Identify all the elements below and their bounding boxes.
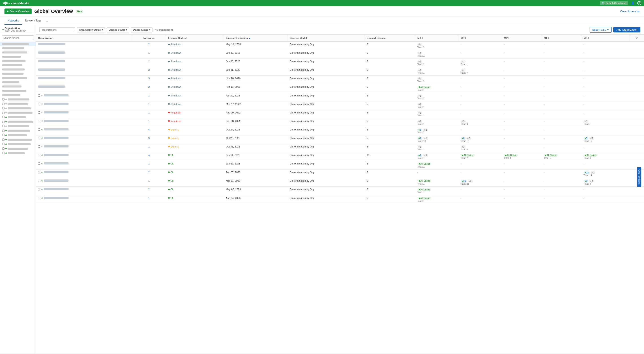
networks-count-link[interactable]: 1 <box>148 120 150 122</box>
col-header-mr[interactable]: MR ℹ <box>458 35 502 41</box>
sidebar-item-1[interactable] <box>0 46 36 50</box>
row-checkbox-10[interactable] <box>38 128 40 131</box>
license-status-filter[interactable]: License Status ▾ <box>107 27 129 32</box>
sidebar-item-22[interactable] <box>0 137 36 142</box>
user-icon[interactable]: 👤 <box>631 1 634 5</box>
sidebar-item-20[interactable] <box>0 128 36 133</box>
org-name-link[interactable] <box>44 111 68 114</box>
org-name-link[interactable] <box>44 94 68 97</box>
sidebar-checkbox-19[interactable] <box>2 125 4 127</box>
device-status-filter[interactable]: Device Status ▾ <box>131 27 152 32</box>
sidebar-checkbox-14[interactable] <box>2 103 4 105</box>
sidebar-item-15[interactable] <box>0 106 36 110</box>
row-checkbox-12[interactable] <box>38 145 40 148</box>
row-checkbox-6[interactable] <box>38 94 40 97</box>
networks-count-link[interactable]: 1 <box>148 197 150 199</box>
networks-count-link[interactable]: 1 <box>148 179 150 182</box>
sidebar-item-8[interactable] <box>0 76 36 80</box>
org-name-link[interactable] <box>44 154 68 156</box>
networks-count-link[interactable]: 1 <box>148 111 150 114</box>
col-header-license-status[interactable]: License Status ℹ <box>166 35 224 41</box>
col-header-mv[interactable]: MV ℹ <box>502 35 542 41</box>
sidebar-checkbox-17[interactable] <box>2 116 4 118</box>
org-name-link[interactable] <box>44 128 68 131</box>
networks-count-link[interactable]: 2 <box>148 171 150 174</box>
row-checkbox-15[interactable] <box>38 171 40 173</box>
tab-more[interactable]: ... <box>44 17 50 25</box>
export-csv-button[interactable]: Export CSV ▾ <box>590 27 612 33</box>
row-checkbox-11[interactable] <box>38 137 40 139</box>
view-old-version-link[interactable]: View old version <box>620 10 640 13</box>
org-name-link[interactable] <box>44 171 68 174</box>
col-header-mx[interactable]: MX ℹ <box>415 35 458 41</box>
org-status-filter[interactable]: Organization Status ▾ <box>77 27 105 32</box>
global-overview-button[interactable]: + Global Overview <box>4 8 32 14</box>
sidebar-search-input[interactable] <box>2 35 34 40</box>
org-search-input[interactable] <box>40 27 75 32</box>
col-header-settings[interactable]: ⚙ <box>629 35 644 41</box>
sidebar-checkbox-16[interactable] <box>2 112 4 114</box>
networks-count-link[interactable]: 9 <box>148 137 150 139</box>
sidebar-item-14[interactable] <box>0 102 36 106</box>
networks-count-link[interactable]: 3 <box>148 77 150 80</box>
sidebar-checkbox-20[interactable] <box>2 130 4 132</box>
sidebar-checkbox-24[interactable] <box>2 147 4 150</box>
org-name-link[interactable] <box>44 145 68 148</box>
sidebar-item-12[interactable] <box>0 93 36 97</box>
row-checkbox-14[interactable] <box>38 162 40 165</box>
col-header-license-model[interactable]: License Model <box>288 35 364 41</box>
row-checkbox-16[interactable] <box>38 180 40 182</box>
sidebar-org-header[interactable]: + Organization Team One Solutions ▾ <box>0 25 36 34</box>
sidebar-item-10[interactable] <box>0 84 36 89</box>
org-name-link[interactable] <box>44 103 68 105</box>
networks-count-link[interactable]: 2 <box>148 43 150 46</box>
row-checkbox-17[interactable] <box>38 188 40 190</box>
networks-count-link[interactable]: 1 <box>148 162 150 165</box>
sidebar-item-2[interactable] <box>0 50 36 55</box>
sidebar-checkbox-22[interactable] <box>2 138 4 141</box>
sidebar-checkbox-23[interactable] <box>2 143 4 145</box>
sidebar-item-9[interactable] <box>0 80 36 84</box>
row-checkbox-18[interactable] <box>38 197 40 199</box>
col-header-networks[interactable]: Networks <box>132 35 166 41</box>
sidebar-item-18[interactable] <box>0 119 36 124</box>
sidebar-item-0[interactable] <box>0 42 36 46</box>
feedback-tab[interactable]: Give Feedback <box>637 167 641 187</box>
networks-count-link[interactable]: 1 <box>148 145 150 148</box>
sidebar-item-21[interactable] <box>0 133 36 137</box>
row-checkbox-13[interactable] <box>38 154 40 156</box>
add-organization-button[interactable]: Add Organization <box>613 27 640 32</box>
col-header-org[interactable]: Organization <box>36 35 132 41</box>
sidebar-item-4[interactable] <box>0 59 36 63</box>
sidebar-item-24[interactable] <box>0 146 36 151</box>
row-checkbox-8[interactable] <box>38 111 40 114</box>
org-name-link[interactable] <box>44 162 68 165</box>
networks-count-link[interactable]: 1 <box>148 51 150 54</box>
col-header-ms[interactable]: MS ℹ <box>581 35 630 41</box>
sidebar-item-6[interactable] <box>0 67 36 72</box>
networks-count-link[interactable]: 4 <box>148 154 150 156</box>
networks-count-link[interactable]: 1 <box>148 94 150 97</box>
networks-count-link[interactable]: 2 <box>148 188 150 191</box>
sidebar-checkbox-21[interactable] <box>2 134 4 136</box>
sidebar-checkbox-25[interactable] <box>2 152 4 154</box>
networks-count-link[interactable]: 2 <box>148 68 150 71</box>
sidebar-checkbox-15[interactable] <box>2 107 4 109</box>
row-checkbox-9[interactable] <box>38 120 40 122</box>
help-icon[interactable]: ? <box>637 1 641 5</box>
sidebar-item-5[interactable] <box>0 63 36 67</box>
col-header-license-expiration[interactable]: License Expiration ▲ <box>224 35 288 41</box>
sidebar-item-17[interactable] <box>0 115 36 119</box>
settings-icon[interactable]: ⚙ <box>636 36 638 39</box>
org-name-link[interactable] <box>44 188 68 191</box>
col-header-mt[interactable]: MT ℹ <box>542 35 581 41</box>
sidebar-item-3[interactable] <box>0 55 36 59</box>
tab-network-tags[interactable]: Network Tags <box>22 17 44 25</box>
sidebar-item-19[interactable] <box>0 124 36 128</box>
networks-count-link[interactable]: 1 <box>148 60 150 63</box>
org-name-link[interactable] <box>44 137 68 139</box>
sidebar-checkbox-18[interactable] <box>2 121 4 123</box>
networks-count-link[interactable]: 2 <box>148 85 150 88</box>
networks-count-link[interactable]: 4 <box>148 128 150 131</box>
search-dashboard-btn[interactable]: 🔍 Search Dashboard <box>600 1 628 5</box>
